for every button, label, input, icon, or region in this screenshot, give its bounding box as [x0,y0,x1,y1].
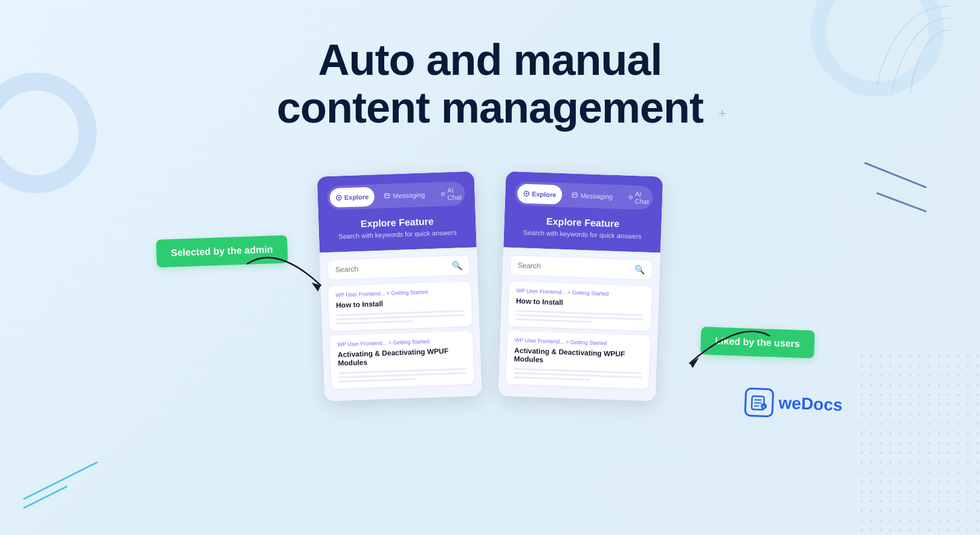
right-ai-icon [628,194,633,200]
left-card-body: 🔍 WP User Frontend... > Getting Started … [320,248,482,402]
wedocs-logo: ≡ weDocs [744,388,843,420]
right-card-header: Explore Messaging [503,171,663,253]
right-tab-messaging[interactable]: Messaging [566,185,619,207]
left-card-tabs: Explore Messaging [327,182,465,211]
arrow-to-right-card [653,320,776,379]
left-tab-aichat[interactable]: AI Chat [434,184,469,204]
svg-point-8 [338,197,340,199]
right-search-input[interactable] [518,261,634,274]
left-search-input[interactable] [335,261,452,274]
left-card-item-2: WP User Frontend... > Getting Started Ac… [330,331,474,389]
left-card-item-1: WP User Frontend... > Getting Started Ho… [328,281,472,331]
right-card-body: 🔍 WP User Frontend... > Getting Started … [498,248,660,402]
left-item2-line3 [338,379,415,383]
explore-icon [336,195,342,201]
page-title: Auto and manual content management [277,36,703,132]
right-card-item-1: WP User Frontend... > Getting Started Ho… [508,281,652,331]
ai-icon [440,191,445,197]
right-search-box[interactable]: 🔍 [510,255,653,280]
right-tab-aichat[interactable]: AI Chat [622,188,657,208]
arrow-to-left-card [241,249,327,301]
left-search-box[interactable]: 🔍 [327,255,470,280]
card-left-wrapper: Selected by the admin Explore [317,171,482,402]
right-card-item-2: WP User Frontend... > Getting Started Ac… [506,331,650,389]
left-card-header: Explore Messaging [317,171,477,253]
messaging-icon [384,193,390,199]
cards-section: Selected by the admin Explore [321,174,659,399]
left-card-subtitle: Search with keywords for quick answers [329,228,466,240]
right-item2-line3 [514,377,590,381]
left-item1-lines [337,310,465,325]
svg-rect-9 [385,194,390,198]
svg-line-1 [24,487,66,508]
right-messaging-icon [572,193,578,199]
bg-lines-bottom-left [18,450,115,511]
right-explore-icon [523,191,529,197]
left-item2-lines [338,368,466,383]
left-item1-line3 [337,321,413,325]
wedocs-we: we [778,394,801,413]
left-tab-messaging[interactable]: Messaging [378,185,431,206]
right-item2-title: Activating & Deactivating WPUF Modules [514,347,642,368]
right-card-tabs: Explore Messaging [515,182,653,211]
right-item1-line3 [515,319,592,323]
right-search-icon: 🔍 [634,264,645,275]
wedocs-docs: Docs [801,394,843,414]
left-item2-title: Activating & Deactivating WPUF Modules [338,347,466,368]
wedocs-icon: ≡ [744,388,775,418]
right-item1-lines [515,310,643,325]
left-tab-explore[interactable]: Explore [329,187,375,208]
left-app-card: Explore Messaging [317,171,482,402]
right-tab-explore[interactable]: Explore [517,184,563,205]
svg-rect-21 [573,193,578,197]
right-item2-lines [514,368,642,383]
wedocs-brand-text: weDocs [778,394,843,415]
right-item1-title: How to Install [516,297,644,310]
card-right-wrapper: Liked by the users ≡ [498,171,663,402]
right-app-card: Explore Messaging [498,171,663,402]
right-card-subtitle: Search with keywords for quick answers [514,228,651,240]
svg-line-0 [24,463,97,499]
page-content: Auto and manual content management Selec… [0,0,980,399]
svg-point-20 [526,193,527,195]
left-item1-title: How to Install [336,297,464,310]
left-search-icon: 🔍 [452,261,463,271]
svg-text:≡: ≡ [762,405,765,409]
